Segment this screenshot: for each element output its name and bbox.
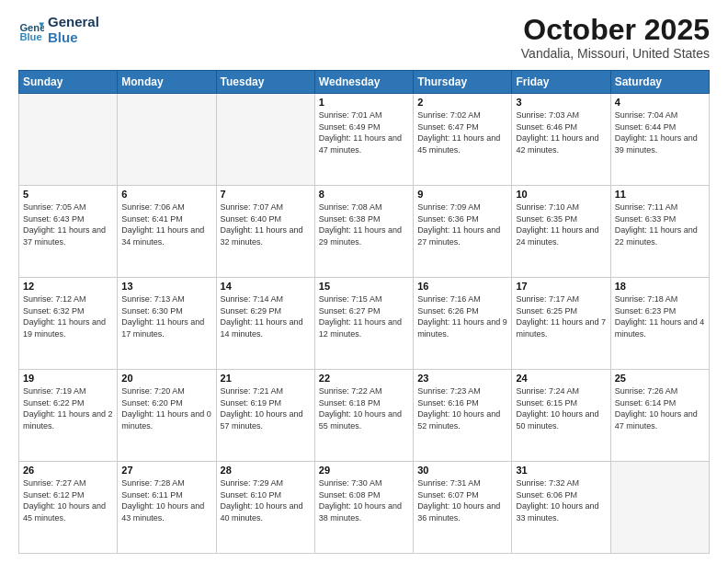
day-cell: 6Sunrise: 7:06 AMSunset: 6:41 PMDaylight… xyxy=(118,186,216,278)
day-info: Sunrise: 7:01 AMSunset: 6:49 PMDaylight:… xyxy=(319,109,409,155)
day-info: Sunrise: 7:05 AMSunset: 6:43 PMDaylight:… xyxy=(23,201,113,247)
day-cell: 13Sunrise: 7:13 AMSunset: 6:30 PMDayligh… xyxy=(118,278,216,370)
col-header-monday: Monday xyxy=(118,71,216,94)
week-row-3: 12Sunrise: 7:12 AMSunset: 6:32 PMDayligh… xyxy=(19,278,710,370)
day-number: 25 xyxy=(615,373,705,384)
col-header-thursday: Thursday xyxy=(414,71,512,94)
day-number: 14 xyxy=(221,281,311,292)
week-row-1: 1Sunrise: 7:01 AMSunset: 6:49 PMDaylight… xyxy=(19,94,710,186)
title-block: October 2025 Vandalia, Missouri, United … xyxy=(521,15,710,61)
day-info: Sunrise: 7:16 AMSunset: 6:26 PMDaylight:… xyxy=(417,293,507,339)
month-title: October 2025 xyxy=(521,15,710,44)
day-info: Sunrise: 7:10 AMSunset: 6:35 PMDaylight:… xyxy=(516,201,606,247)
day-number: 8 xyxy=(319,189,409,200)
day-cell: 20Sunrise: 7:20 AMSunset: 6:20 PMDayligh… xyxy=(118,370,216,462)
day-cell xyxy=(118,94,216,186)
day-cell: 9Sunrise: 7:09 AMSunset: 6:36 PMDaylight… xyxy=(414,186,512,278)
day-info: Sunrise: 7:23 AMSunset: 6:16 PMDaylight:… xyxy=(417,385,507,431)
day-cell: 1Sunrise: 7:01 AMSunset: 6:49 PMDaylight… xyxy=(314,94,413,186)
day-cell: 27Sunrise: 7:28 AMSunset: 6:11 PMDayligh… xyxy=(118,462,216,554)
week-row-2: 5Sunrise: 7:05 AMSunset: 6:43 PMDaylight… xyxy=(19,186,710,278)
day-cell: 15Sunrise: 7:15 AMSunset: 6:27 PMDayligh… xyxy=(314,278,413,370)
day-info: Sunrise: 7:04 AMSunset: 6:44 PMDaylight:… xyxy=(615,109,705,155)
day-number: 16 xyxy=(417,281,507,292)
day-cell: 19Sunrise: 7:19 AMSunset: 6:22 PMDayligh… xyxy=(19,370,118,462)
day-number: 5 xyxy=(23,189,113,200)
day-info: Sunrise: 7:31 AMSunset: 6:07 PMDaylight:… xyxy=(417,477,507,523)
day-cell: 12Sunrise: 7:12 AMSunset: 6:32 PMDayligh… xyxy=(19,278,118,370)
week-row-4: 19Sunrise: 7:19 AMSunset: 6:22 PMDayligh… xyxy=(19,370,710,462)
day-info: Sunrise: 7:03 AMSunset: 6:46 PMDaylight:… xyxy=(516,109,606,155)
day-cell: 3Sunrise: 7:03 AMSunset: 6:46 PMDaylight… xyxy=(512,94,610,186)
day-number: 13 xyxy=(121,281,211,292)
day-info: Sunrise: 7:27 AMSunset: 6:12 PMDaylight:… xyxy=(23,477,113,523)
day-info: Sunrise: 7:09 AMSunset: 6:36 PMDaylight:… xyxy=(417,201,507,247)
day-number: 12 xyxy=(23,281,113,292)
day-info: Sunrise: 7:21 AMSunset: 6:19 PMDaylight:… xyxy=(221,385,311,431)
logo-blue: Blue xyxy=(48,30,99,46)
day-number: 27 xyxy=(121,465,211,476)
day-info: Sunrise: 7:20 AMSunset: 6:20 PMDaylight:… xyxy=(121,385,211,431)
calendar-table: SundayMondayTuesdayWednesdayThursdayFrid… xyxy=(18,70,710,554)
day-cell: 30Sunrise: 7:31 AMSunset: 6:07 PMDayligh… xyxy=(414,462,512,554)
day-info: Sunrise: 7:30 AMSunset: 6:08 PMDaylight:… xyxy=(319,477,409,523)
day-cell: 16Sunrise: 7:16 AMSunset: 6:26 PMDayligh… xyxy=(414,278,512,370)
day-cell: 25Sunrise: 7:26 AMSunset: 6:14 PMDayligh… xyxy=(610,370,709,462)
day-info: Sunrise: 7:17 AMSunset: 6:25 PMDaylight:… xyxy=(516,293,606,339)
day-info: Sunrise: 7:13 AMSunset: 6:30 PMDaylight:… xyxy=(121,293,211,339)
day-info: Sunrise: 7:24 AMSunset: 6:15 PMDaylight:… xyxy=(516,385,606,431)
day-cell: 4Sunrise: 7:04 AMSunset: 6:44 PMDaylight… xyxy=(610,94,709,186)
day-cell: 10Sunrise: 7:10 AMSunset: 6:35 PMDayligh… xyxy=(512,186,610,278)
day-info: Sunrise: 7:19 AMSunset: 6:22 PMDaylight:… xyxy=(23,385,113,431)
day-info: Sunrise: 7:28 AMSunset: 6:11 PMDaylight:… xyxy=(121,477,211,523)
day-number: 1 xyxy=(319,97,409,108)
day-cell: 23Sunrise: 7:23 AMSunset: 6:16 PMDayligh… xyxy=(414,370,512,462)
day-info: Sunrise: 7:15 AMSunset: 6:27 PMDaylight:… xyxy=(319,293,409,339)
day-info: Sunrise: 7:02 AMSunset: 6:47 PMDaylight:… xyxy=(417,109,507,155)
day-number: 17 xyxy=(516,281,606,292)
day-number: 15 xyxy=(319,281,409,292)
col-header-sunday: Sunday xyxy=(19,71,118,94)
day-cell: 11Sunrise: 7:11 AMSunset: 6:33 PMDayligh… xyxy=(610,186,709,278)
day-number: 29 xyxy=(319,465,409,476)
day-number: 9 xyxy=(417,189,507,200)
day-info: Sunrise: 7:06 AMSunset: 6:41 PMDaylight:… xyxy=(121,201,211,247)
day-cell: 2Sunrise: 7:02 AMSunset: 6:47 PMDaylight… xyxy=(414,94,512,186)
day-info: Sunrise: 7:07 AMSunset: 6:40 PMDaylight:… xyxy=(221,201,311,247)
day-number: 22 xyxy=(319,373,409,384)
location: Vandalia, Missouri, United States xyxy=(521,46,710,61)
page: General Blue General Blue October 2025 V… xyxy=(0,0,728,563)
day-info: Sunrise: 7:18 AMSunset: 6:23 PMDaylight:… xyxy=(615,293,705,339)
day-number: 3 xyxy=(516,97,606,108)
logo: General Blue General Blue xyxy=(18,15,99,45)
calendar-header-row: SundayMondayTuesdayWednesdayThursdayFrid… xyxy=(19,71,710,94)
day-number: 26 xyxy=(23,465,113,476)
day-number: 28 xyxy=(221,465,311,476)
day-info: Sunrise: 7:08 AMSunset: 6:38 PMDaylight:… xyxy=(319,201,409,247)
day-number: 10 xyxy=(516,189,606,200)
day-cell: 14Sunrise: 7:14 AMSunset: 6:29 PMDayligh… xyxy=(216,278,314,370)
day-cell: 24Sunrise: 7:24 AMSunset: 6:15 PMDayligh… xyxy=(512,370,610,462)
col-header-saturday: Saturday xyxy=(610,71,709,94)
day-cell: 26Sunrise: 7:27 AMSunset: 6:12 PMDayligh… xyxy=(19,462,118,554)
week-row-5: 26Sunrise: 7:27 AMSunset: 6:12 PMDayligh… xyxy=(19,462,710,554)
day-cell xyxy=(19,94,118,186)
svg-text:Blue: Blue xyxy=(19,31,41,42)
day-cell xyxy=(216,94,314,186)
day-number: 18 xyxy=(615,281,705,292)
day-info: Sunrise: 7:11 AMSunset: 6:33 PMDaylight:… xyxy=(615,201,705,247)
day-cell xyxy=(610,462,709,554)
day-info: Sunrise: 7:12 AMSunset: 6:32 PMDaylight:… xyxy=(23,293,113,339)
day-cell: 8Sunrise: 7:08 AMSunset: 6:38 PMDaylight… xyxy=(314,186,413,278)
day-cell: 5Sunrise: 7:05 AMSunset: 6:43 PMDaylight… xyxy=(19,186,118,278)
day-number: 19 xyxy=(23,373,113,384)
day-info: Sunrise: 7:26 AMSunset: 6:14 PMDaylight:… xyxy=(615,385,705,431)
day-info: Sunrise: 7:14 AMSunset: 6:29 PMDaylight:… xyxy=(221,293,311,339)
day-cell: 29Sunrise: 7:30 AMSunset: 6:08 PMDayligh… xyxy=(314,462,413,554)
day-info: Sunrise: 7:29 AMSunset: 6:10 PMDaylight:… xyxy=(221,477,311,523)
logo-icon: General Blue xyxy=(18,17,44,43)
day-cell: 17Sunrise: 7:17 AMSunset: 6:25 PMDayligh… xyxy=(512,278,610,370)
day-cell: 7Sunrise: 7:07 AMSunset: 6:40 PMDaylight… xyxy=(216,186,314,278)
col-header-tuesday: Tuesday xyxy=(216,71,314,94)
day-info: Sunrise: 7:22 AMSunset: 6:18 PMDaylight:… xyxy=(319,385,409,431)
